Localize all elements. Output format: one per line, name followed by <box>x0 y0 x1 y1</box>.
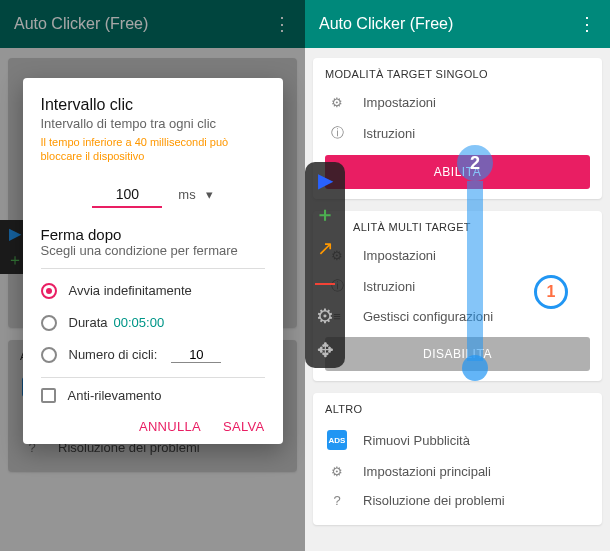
settings-row-multi[interactable]: ⚙ Impostazioni <box>325 241 590 270</box>
menu-icon[interactable]: ⋮ <box>578 13 596 35</box>
option-label: Numero di cicli: <box>69 347 158 362</box>
radio[interactable] <box>41 347 57 363</box>
stop-title: Ferma dopo <box>41 226 265 243</box>
cancel-button[interactable]: ANNULLA <box>139 419 201 434</box>
anti-detect-row[interactable]: Anti-rilevamento <box>41 377 265 409</box>
unit-select[interactable]: ms ▾ <box>178 187 212 202</box>
chevron-down-icon: ▾ <box>206 187 213 202</box>
info-icon: ⓘ <box>325 124 349 142</box>
checkbox-label: Anti-rilevamento <box>68 388 162 403</box>
dialog-title: Intervallo clic <box>41 96 265 114</box>
swipe-icon[interactable]: ↗ <box>317 238 334 258</box>
row-label: Impostazioni <box>363 248 436 263</box>
unit-label: ms <box>178 187 195 202</box>
play-icon[interactable]: ▶ <box>318 170 333 190</box>
option-label: Avvia indefinitamente <box>69 283 192 298</box>
single-target-section: MODALITÀ TARGET SINGOLO <box>325 68 590 80</box>
disable-button[interactable]: DISABILITA <box>325 337 590 371</box>
move-icon[interactable]: ✥ <box>317 340 334 360</box>
gear-icon: ⚙ <box>325 95 349 110</box>
settings-row[interactable]: ⚙ Impostazioni <box>325 88 590 117</box>
other-section: ALTRO <box>325 403 590 415</box>
cycles-input[interactable] <box>171 347 221 363</box>
row-label: Risoluzione dei problemi <box>363 493 505 508</box>
row-label: Gestisci configurazioni <box>363 309 493 324</box>
target-marker-1[interactable]: 1 <box>534 275 568 309</box>
troubleshoot-row[interactable]: ? Risoluzione dei problemi <box>325 486 590 515</box>
interval-dialog: Intervallo clic Intervallo di tempo tra … <box>23 78 283 444</box>
save-button[interactable]: SALVA <box>223 419 264 434</box>
radio-selected[interactable] <box>41 283 57 299</box>
option-cycles[interactable]: Numero di cicli: <box>41 339 265 371</box>
gear-icon: ⚙ <box>325 464 349 479</box>
option-label: Durata <box>69 315 108 330</box>
app-title: Auto Clicker (Free) <box>319 15 578 33</box>
dialog-warning: Il tempo inferiore a 40 millisecondi può… <box>41 135 265 164</box>
modal-overlay: Intervallo clic Intervallo di tempo tra … <box>0 0 305 551</box>
gear-icon[interactable]: ⚙ <box>316 306 334 326</box>
dialog-subtitle: Intervallo di tempo tra ogni clic <box>41 116 265 131</box>
checkbox[interactable] <box>41 388 56 403</box>
row-label: Istruzioni <box>363 279 415 294</box>
option-infinite[interactable]: Avvia indefinitamente <box>41 275 265 307</box>
enable-button[interactable]: ABILITA <box>325 155 590 189</box>
option-duration[interactable]: Durata 00:05:00 <box>41 307 265 339</box>
multi-target-section: ALITÀ MULTI TARGET <box>325 221 590 233</box>
ads-icon: ADS <box>327 430 347 450</box>
plus-icon[interactable]: ＋ <box>315 204 335 224</box>
radio[interactable] <box>41 315 57 331</box>
row-label: Impostazioni principali <box>363 464 491 479</box>
main-settings-row[interactable]: ⚙ Impostazioni principali <box>325 457 590 486</box>
floating-toolbar[interactable]: ▶ ＋ ↗ — ⚙ ✥ <box>305 162 345 368</box>
remove-ads-row[interactable]: ADS Rimuovi Pubblicità <box>325 423 590 457</box>
interval-input[interactable] <box>92 182 162 208</box>
stop-subtitle: Scegli una condizione per fermare <box>41 243 265 269</box>
row-label: Istruzioni <box>363 126 415 141</box>
row-label: Impostazioni <box>363 95 436 110</box>
row-label: Rimuovi Pubblicità <box>363 433 470 448</box>
minus-icon[interactable]: — <box>315 272 335 292</box>
duration-value[interactable]: 00:05:00 <box>114 315 165 330</box>
instructions-row[interactable]: ⓘ Istruzioni <box>325 117 590 149</box>
help-icon: ? <box>325 493 349 508</box>
